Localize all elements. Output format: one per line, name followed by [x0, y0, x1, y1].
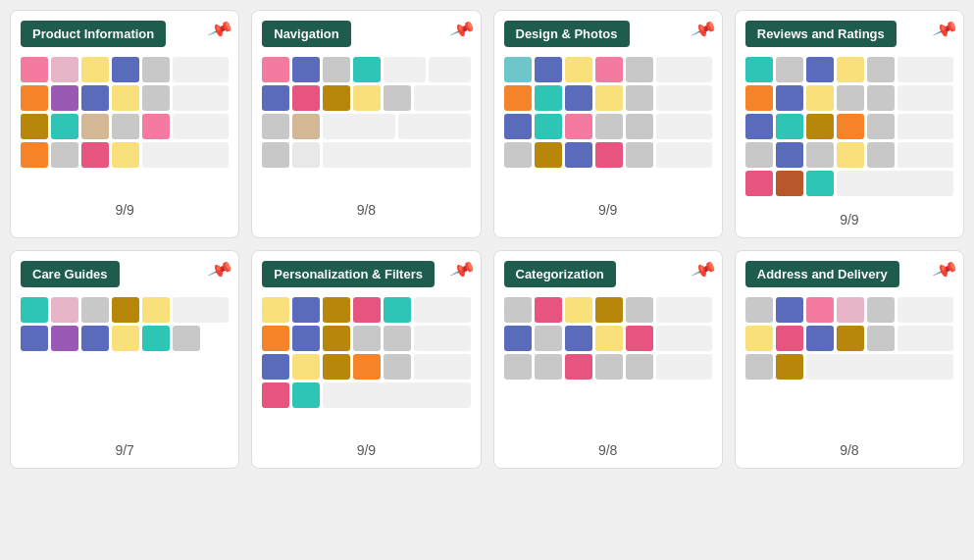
card-navigation[interactable]: Navigation📌9/8	[251, 10, 481, 238]
swatch-color	[745, 57, 773, 82]
swatch-color	[353, 85, 381, 111]
swatch-color	[626, 114, 653, 139]
swatch-color	[81, 57, 109, 82]
swatch-label	[656, 326, 712, 351]
swatch-label	[398, 114, 471, 139]
swatch-color	[745, 297, 773, 323]
swatch-color	[806, 114, 834, 139]
swatch-color	[292, 57, 320, 82]
swatch-color	[353, 57, 381, 82]
swatch-color	[867, 297, 895, 323]
swatch-color	[504, 354, 532, 380]
pin-icon: 📌	[690, 16, 717, 43]
swatch-color	[21, 114, 48, 139]
card-categorization[interactable]: Categorization📌9/8	[493, 250, 723, 469]
swatch-row	[21, 114, 229, 139]
swatch-color	[384, 297, 411, 323]
swatch-row	[745, 326, 953, 351]
swatch-label	[656, 297, 712, 323]
swatch-color	[837, 114, 864, 139]
card-title-product-information: Product Information	[21, 21, 166, 47]
swatch-color	[565, 57, 592, 82]
swatch-color	[504, 85, 532, 111]
swatch-row	[504, 142, 712, 168]
swatch-color	[504, 297, 532, 323]
pin-icon: 📌	[206, 16, 233, 43]
swatch-color	[323, 326, 350, 351]
swatch-color	[626, 354, 653, 380]
swatch-color	[51, 142, 78, 168]
swatch-color	[81, 142, 109, 168]
swatch-label	[656, 354, 712, 380]
swatch-color	[806, 171, 834, 196]
swatch-label	[656, 85, 712, 111]
swatch-row	[745, 57, 953, 82]
swatch-label	[173, 57, 229, 82]
swatch-color	[112, 326, 139, 351]
swatch-color	[776, 297, 803, 323]
swatch-area	[262, 53, 470, 190]
swatch-row	[745, 142, 953, 168]
swatch-color	[595, 142, 623, 168]
swatch-row	[262, 326, 470, 351]
swatch-label	[897, 57, 953, 82]
swatch-row	[262, 297, 470, 323]
swatch-color	[776, 326, 803, 351]
swatch-label	[806, 354, 953, 380]
swatch-color	[595, 57, 623, 82]
pin-icon: 📌	[447, 16, 475, 43]
card-address-delivery[interactable]: Address and Delivery📌9/8	[735, 250, 964, 469]
card-score-design-photos: 9/9	[504, 198, 712, 218]
swatch-label	[323, 142, 470, 168]
swatch-color	[745, 85, 773, 111]
card-reviews-ratings[interactable]: Reviews and Ratings📌9/9	[735, 10, 964, 238]
swatch-area	[21, 53, 229, 190]
swatch-color	[384, 85, 411, 111]
swatch-color	[112, 57, 139, 82]
swatch-color	[323, 57, 350, 82]
swatch-color	[504, 142, 532, 168]
swatch-color	[595, 354, 623, 380]
swatch-color	[776, 57, 803, 82]
swatch-row	[21, 85, 229, 111]
swatch-area	[21, 293, 229, 431]
swatch-label	[414, 297, 470, 323]
swatch-color	[626, 297, 653, 323]
swatch-color	[504, 114, 532, 139]
swatch-color	[51, 297, 78, 323]
card-product-information[interactable]: Product Information📌9/9	[10, 10, 239, 238]
swatch-color	[292, 114, 320, 139]
swatch-color	[51, 85, 78, 111]
swatch-row	[745, 354, 953, 380]
swatch-label	[323, 114, 395, 139]
card-care-guides[interactable]: Care Guides📌9/7	[10, 250, 239, 469]
swatch-color	[81, 326, 109, 351]
swatch-color	[535, 85, 562, 111]
swatch-color	[262, 326, 289, 351]
card-score-product-information: 9/9	[21, 198, 229, 218]
swatch-color	[626, 142, 653, 168]
swatch-color	[745, 142, 773, 168]
swatch-color	[21, 142, 48, 168]
swatch-area	[504, 293, 712, 431]
swatch-color	[292, 85, 320, 111]
swatch-label	[323, 382, 470, 408]
swatch-color	[262, 57, 289, 82]
swatch-color	[262, 382, 289, 408]
swatch-color	[535, 142, 562, 168]
swatch-color	[142, 57, 170, 82]
swatch-label	[656, 114, 712, 139]
swatch-color	[262, 85, 289, 111]
card-design-photos[interactable]: Design & Photos📌9/9	[493, 10, 723, 238]
swatch-row	[504, 85, 712, 111]
swatch-row	[21, 326, 229, 351]
swatch-row	[21, 297, 229, 323]
card-personalization-filters[interactable]: Personalization & Filters📌9/9	[251, 250, 481, 469]
swatch-color	[81, 85, 109, 111]
swatch-color	[535, 57, 562, 82]
swatch-color	[745, 171, 773, 196]
card-score-categorization: 9/8	[504, 438, 712, 458]
pin-icon: 📌	[931, 256, 958, 283]
swatch-color	[837, 57, 864, 82]
swatch-color	[323, 354, 350, 380]
